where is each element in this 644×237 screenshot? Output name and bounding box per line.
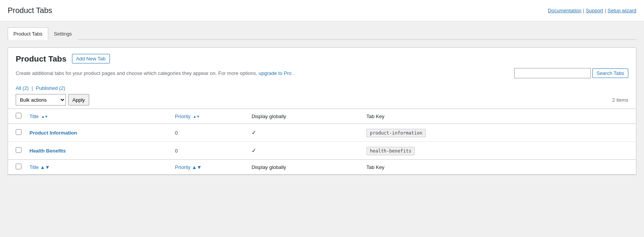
page-title: Product Tabs <box>8 6 52 15</box>
row1-title-link[interactable]: Product Information <box>29 130 77 136</box>
description-text: Create additional tabs for your product … <box>16 70 294 76</box>
select-all-checkbox[interactable] <box>16 113 21 118</box>
nav-tabs: Product Tabs Settings <box>8 28 636 40</box>
title-sort-icon: ▲▼ <box>41 115 48 118</box>
upgrade-pro-link[interactable]: upgrade to Pro <box>259 70 292 76</box>
filter-published[interactable]: Published (2) <box>36 85 65 91</box>
bulk-actions-select[interactable]: Bulk actions Move to Trash <box>16 94 66 106</box>
header-display-col: Display globally <box>244 109 359 124</box>
footer-priority-sort-icon: ▲▼ <box>192 164 202 170</box>
table-header-row: Title ▲▼ Priority ▲▼ Display globally Ta… <box>8 109 636 124</box>
row1-display-cell: ✓ <box>244 124 359 142</box>
row1-priority-cell: 0 <box>167 124 244 142</box>
documentation-link[interactable]: Documentation <box>548 8 581 13</box>
footer-select-all-checkbox[interactable] <box>16 164 21 169</box>
row1-checkbox[interactable] <box>16 129 21 135</box>
row2-title-cell: Health Benefits <box>22 142 167 160</box>
row2-title-link[interactable]: Health Benefits <box>29 148 66 154</box>
main-panel: Product Tabs Add New Tab Create addition… <box>8 47 636 175</box>
description-suffix: . <box>293 70 294 76</box>
row2-checkmark: ✓ <box>252 147 257 154</box>
row1-checkbox-cell <box>8 124 22 142</box>
row1-checkmark: ✓ <box>252 129 257 136</box>
row1-tabkey-cell: product-information <box>359 124 636 142</box>
footer-tabkey-col: Tab Key <box>359 160 636 175</box>
row2-checkbox[interactable] <box>16 147 21 153</box>
page-header: Product Tabs Documentation | Support | S… <box>0 0 644 21</box>
search-tabs-button[interactable]: Search Tabs <box>592 68 628 78</box>
filter-bar: All (2) | Published (2) <box>8 83 636 91</box>
data-table: Title ▲▼ Priority ▲▼ Display globally Ta… <box>8 109 636 175</box>
row1-tab-key: product-information <box>366 129 426 137</box>
row2-display-cell: ✓ <box>244 142 359 160</box>
footer-priority-col[interactable]: Priority ▲▼ <box>167 160 244 175</box>
content-wrap: Product Tabs Settings Product Tabs Add N… <box>0 21 644 181</box>
priority-sort-icon: ▲▼ <box>193 115 200 118</box>
header-title-col[interactable]: Title ▲▼ <box>22 109 167 124</box>
filter-sep: | <box>32 85 34 91</box>
search-box-wrap: Search Tabs <box>514 68 628 78</box>
panel-header: Product Tabs Add New Tab <box>8 48 636 68</box>
panel-title: Product Tabs <box>16 54 67 63</box>
footer-display-col: Display globally <box>244 160 359 175</box>
sep-2: | <box>605 8 606 13</box>
header-priority-col[interactable]: Priority ▲▼ <box>167 109 244 124</box>
bulk-left: Bulk actions Move to Trash Apply <box>16 94 89 106</box>
header-checkbox-col <box>8 109 22 124</box>
support-link[interactable]: Support <box>586 8 603 13</box>
footer-checkbox-col <box>8 160 22 175</box>
description-row: Create additional tabs for your product … <box>8 68 636 83</box>
header-links: Documentation | Support | Setup wizard <box>548 8 636 13</box>
add-new-tab-button[interactable]: Add New Tab <box>72 54 110 63</box>
footer-title-col[interactable]: Title ▲▼ <box>22 160 167 175</box>
row2-tabkey-cell: health-benefits <box>359 142 636 160</box>
table-row: Health Benefits 0 ✓ health-benefits <box>8 142 636 160</box>
header-tabkey-col: Tab Key <box>359 109 636 124</box>
apply-button[interactable]: Apply <box>68 94 89 106</box>
items-count: 2 items <box>612 97 628 103</box>
description-static: Create additional tabs for your product … <box>16 70 257 76</box>
row1-title-cell: Product Information <box>22 124 167 142</box>
tab-settings[interactable]: Settings <box>48 28 78 40</box>
row2-tab-key: health-benefits <box>366 147 415 155</box>
row2-checkbox-cell <box>8 142 22 160</box>
table-footer-row: Title ▲▼ Priority ▲▼ Display globally Ta… <box>8 160 636 175</box>
sep-1: | <box>583 8 584 13</box>
footer-title-sort-icon: ▲▼ <box>40 164 50 170</box>
row2-priority-cell: 0 <box>167 142 244 160</box>
setup-wizard-link[interactable]: Setup wizard <box>608 8 636 13</box>
table-row: Product Information 0 ✓ product-informat… <box>8 124 636 142</box>
search-input[interactable] <box>514 68 591 78</box>
bulk-bar: Bulk actions Move to Trash Apply 2 items <box>8 91 636 109</box>
tab-product-tabs[interactable]: Product Tabs <box>8 28 48 40</box>
filter-all[interactable]: All (2) <box>16 85 30 91</box>
